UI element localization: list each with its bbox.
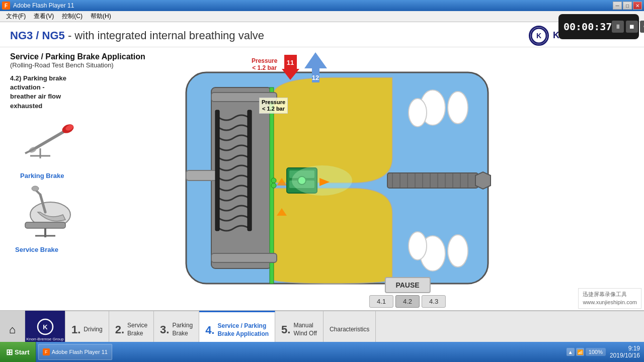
svg-rect-50 — [186, 170, 219, 180]
pressure-arrow-up: 12 — [304, 52, 327, 84]
svg-point-54 — [271, 183, 276, 188]
menu-help[interactable]: 帮助(H) — [87, 11, 115, 22]
taskbar-app-label: Adobe Flash Player 11 — [52, 349, 108, 355]
nav-label-6: Characteristics — [330, 326, 369, 334]
nav-num-3: 3. — [160, 323, 169, 336]
pressure-label-top: Pressure< 1.2 bar — [252, 57, 277, 72]
pause-button[interactable]: PAUSE — [384, 277, 430, 293]
svg-rect-49 — [211, 253, 277, 262]
title-normal: - with integrated internal breathing val… — [65, 29, 264, 42]
svg-point-45 — [448, 235, 468, 267]
left-panel: Service / Parking Brake Application (Rol… — [0, 47, 171, 310]
svg-point-47 — [409, 232, 427, 260]
app-icon: F — [2, 2, 10, 10]
svg-point-46 — [409, 99, 427, 127]
menu-file[interactable]: 文件(F) — [2, 11, 30, 22]
title-bold: NG3 / NG5 — [10, 29, 65, 42]
svg-point-12 — [32, 186, 39, 191]
maximize-button[interactable]: □ — [623, 2, 632, 10]
title-bar: F Adobe Flash Player 11 ─ □ ✕ — [0, 0, 644, 11]
window-title: Adobe Flash Player 11 — [13, 2, 74, 9]
timer-overlay: 00:00:37 ⏸ ⏹ ✏ — [558, 14, 639, 39]
nav-num-5: 5. — [281, 323, 290, 336]
clock-date: 2019/10/16 — [610, 352, 640, 359]
nav-num-2: 2. — [115, 323, 124, 336]
knorr-logo-circle: K — [529, 26, 549, 46]
brake-diagram-area: Pressure< 1.2 bar 11 12 Pressure< 1.2 ba… — [171, 47, 644, 310]
nav-label-3: ParkingBrake — [172, 322, 193, 337]
tray-icon-1: ▲ — [567, 348, 575, 356]
taskbar-apps: F Adobe Flash Player 11 — [36, 344, 567, 360]
section-title: Service / Parking Brake Application — [10, 52, 161, 61]
header-title: NG3 / NG5 - with integrated internal bre… — [10, 29, 264, 42]
parking-brake-icon — [15, 121, 86, 166]
watermark: 迅捷屏幕录像工具www.xunjieshipin.com — [578, 288, 641, 309]
controls-area: PAUSE 4.1 4.2 4.3 — [369, 277, 446, 308]
start-button[interactable]: ⊞ Start — [0, 342, 36, 362]
svg-point-43 — [448, 92, 468, 124]
svg-rect-13 — [25, 222, 65, 228]
taskbar-clock: 9:19 2019/10/16 — [610, 345, 640, 359]
close-button[interactable]: ✕ — [633, 2, 642, 10]
header-area: NG3 / NG5 - with integrated internal bre… — [0, 22, 644, 47]
clock-time: 9:19 — [610, 345, 640, 352]
brake-cross-section — [171, 57, 503, 299]
battery-indicator: 100% — [586, 348, 606, 356]
nav-num-4: 4. — [205, 324, 214, 337]
taskbar: ⊞ Start F Adobe Flash Player 11 ▲ 📶 100%… — [0, 342, 644, 362]
taskbar-flash-app[interactable]: F Adobe Flash Player 11 — [38, 344, 112, 360]
svg-marker-41 — [475, 172, 491, 189]
sub-nav-4-1[interactable]: 4.1 — [369, 295, 393, 308]
svg-rect-29 — [387, 173, 478, 188]
timer-display: 00:00:37 — [564, 21, 612, 33]
sub-nav-4-3[interactable]: 4.3 — [422, 295, 446, 308]
parking-brake-label: Parking Brake — [20, 172, 161, 179]
svg-text:12: 12 — [312, 74, 319, 81]
menu-bar: 文件(F) 查看(V) 控制(C) 帮助(H) — [0, 11, 644, 22]
nav-label-4: Service / ParkingBrake Application — [217, 322, 269, 338]
pressure-label-inner: Pressure< 1.2 bar — [259, 98, 288, 114]
menu-control[interactable]: 控制(C) — [58, 11, 87, 22]
start-label: Start — [15, 348, 30, 356]
minimize-button[interactable]: ─ — [613, 2, 622, 10]
sub-nav-4-2[interactable]: 4.2 — [395, 295, 420, 308]
svg-text:11: 11 — [287, 59, 294, 66]
nav-label-1: Driving — [84, 326, 102, 334]
svg-point-53 — [271, 178, 276, 183]
svg-rect-51 — [215, 110, 219, 231]
main-content: NG3 / NG5 - with integrated internal bre… — [0, 22, 644, 348]
nav-num-1: 1. — [71, 323, 80, 336]
svg-text:K: K — [43, 323, 48, 331]
service-brake-label: Service Brake — [15, 246, 161, 253]
service-brake-icon — [10, 185, 91, 240]
timer-stop-button[interactable]: ⏹ — [626, 21, 638, 33]
taskbar-right: ▲ 📶 100% 9:19 2019/10/16 — [567, 345, 644, 359]
timer-pause-button[interactable]: ⏸ — [612, 21, 624, 33]
tray-icon-network: 📶 — [576, 348, 584, 356]
section-subtitle: (Rolling-Road Test Bench Situation) — [10, 61, 161, 69]
activation-text: 4.2) Parking brakeactivation -breather a… — [10, 74, 161, 111]
nav-knorr-group-label: Knorr-Bremse Group — [26, 337, 63, 341]
svg-rect-52 — [248, 110, 252, 231]
nav-label-2: ServiceBrake — [127, 322, 147, 337]
menu-view[interactable]: 查看(V) — [30, 11, 58, 22]
svg-text:K: K — [536, 32, 541, 40]
pressure-arrow-down: 11 — [282, 55, 299, 82]
timer-edit-button[interactable]: ✏ — [640, 21, 644, 33]
nav-label-5: ManualWind Off — [293, 322, 316, 337]
